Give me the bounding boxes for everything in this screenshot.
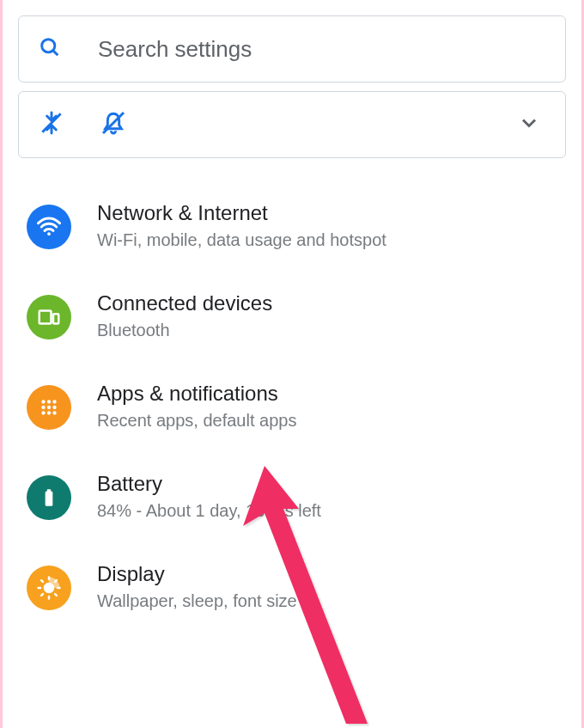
search-bar[interactable]: [18, 15, 566, 83]
svg-line-21: [55, 594, 57, 596]
svg-rect-2: [40, 311, 52, 324]
setting-subtitle: Wallpaper, sleep, font size: [97, 591, 557, 611]
setting-subtitle: 84% - About 1 day, 16 hrs left: [97, 501, 557, 521]
setting-title: Battery: [97, 472, 557, 496]
svg-line-22: [41, 594, 43, 596]
setting-title: Connected devices: [97, 291, 557, 315]
wifi-icon: [27, 205, 71, 249]
apps-icon: [27, 385, 71, 430]
svg-point-5: [47, 400, 51, 403]
setting-title: Network & Internet: [97, 201, 557, 225]
setting-text: Display Wallpaper, sleep, font size: [97, 562, 557, 611]
svg-point-7: [41, 406, 45, 409]
svg-rect-13: [46, 491, 53, 505]
setting-title: Display: [97, 562, 557, 586]
setting-item-connected[interactable]: Connected devices Bluetooth: [18, 271, 566, 361]
settings-list: Network & Internet Wi-Fi, mobile, data u…: [3, 167, 581, 632]
search-input[interactable]: [98, 36, 546, 63]
setting-item-apps[interactable]: Apps & notifications Recent apps, defaul…: [18, 361, 566, 451]
svg-point-10: [41, 411, 45, 414]
setting-text: Connected devices Bluetooth: [97, 291, 557, 340]
svg-line-1: [53, 51, 58, 55]
devices-icon: [27, 295, 71, 340]
svg-point-0: [42, 40, 55, 52]
svg-point-6: [52, 400, 56, 403]
battery-icon: [27, 475, 71, 520]
svg-point-9: [52, 406, 56, 409]
setting-subtitle: Wi-Fi, mobile, data usage and hotspot: [97, 230, 557, 250]
setting-text: Battery 84% - About 1 day, 16 hrs left: [97, 472, 557, 521]
status-suggestions-bar[interactable]: [18, 91, 566, 158]
display-icon: [27, 566, 71, 610]
svg-line-20: [41, 580, 43, 582]
setting-item-network[interactable]: Network & Internet Wi-Fi, mobile, data u…: [18, 193, 566, 271]
chevron-down-icon: [517, 111, 541, 138]
svg-rect-14: [47, 489, 51, 492]
setting-subtitle: Recent apps, default apps: [97, 411, 557, 431]
svg-point-11: [47, 411, 51, 414]
svg-rect-3: [53, 314, 58, 323]
search-icon: [38, 35, 62, 63]
notifications-off-icon: [100, 109, 127, 140]
data-saver-off-icon: [38, 109, 65, 140]
svg-line-23: [55, 580, 57, 582]
setting-text: Network & Internet Wi-Fi, mobile, data u…: [97, 201, 557, 250]
setting-item-display[interactable]: Display Wallpaper, sleep, font size: [18, 541, 566, 632]
setting-text: Apps & notifications Recent apps, defaul…: [97, 382, 557, 431]
svg-point-4: [41, 400, 45, 403]
setting-title: Apps & notifications: [97, 382, 557, 406]
svg-point-12: [52, 411, 56, 414]
svg-point-8: [47, 406, 51, 409]
setting-item-battery[interactable]: Battery 84% - About 1 day, 16 hrs left: [18, 451, 566, 541]
setting-subtitle: Bluetooth: [97, 321, 557, 340]
